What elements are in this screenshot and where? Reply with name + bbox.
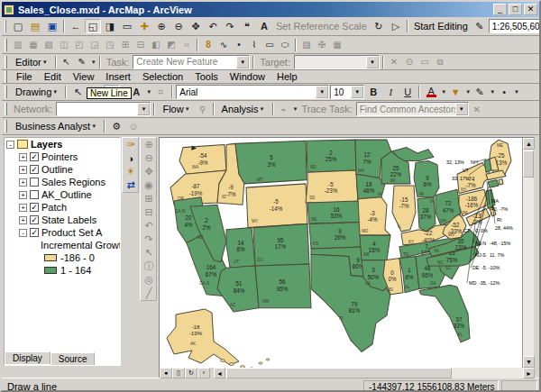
state-ct[interactable] (488, 180, 499, 187)
fixed-zoom-in-icon[interactable]: ⊞ (141, 192, 157, 205)
brightness-icon[interactable]: ☀ (123, 165, 139, 178)
vertical-scroll-thumb[interactable] (523, 150, 534, 178)
toolbar-grip[interactable] (5, 86, 7, 98)
marker-color-icon[interactable]: • (496, 85, 512, 99)
font-combobox[interactable]: Arial ▼ (176, 85, 329, 99)
toc-layer-state-labels[interactable]: +✓State Labels (5, 214, 120, 226)
gear-icon[interactable]: ⚙ (108, 119, 124, 133)
align-left-icon[interactable]: ▥ (11, 38, 25, 51)
new-polyline-icon[interactable]: ⌇ (247, 38, 261, 51)
expand-icon[interactable]: + (19, 191, 27, 199)
toc-layer-sales-regions[interactable]: +Sales Regions (5, 176, 120, 188)
layer-checkbox[interactable]: ✓ (30, 203, 39, 212)
tab-display[interactable]: Display (5, 351, 50, 364)
pan-icon[interactable]: ✥ (141, 165, 157, 178)
italic-button[interactable]: I (382, 85, 399, 99)
layer-label[interactable]: Product Set A (41, 227, 102, 238)
chevron-down-icon[interactable]: ▼ (137, 103, 150, 115)
toc-layer-product-set-a[interactable]: -✓Product Set A (5, 226, 120, 239)
new-rectangle-icon[interactable]: ▭ (262, 38, 277, 51)
fill-color-icon[interactable]: ▼ (447, 85, 463, 99)
expand-icon[interactable]: + (19, 153, 27, 161)
network-combobox[interactable]: ▼ (56, 102, 151, 116)
layer-checkbox[interactable]: ✓ (30, 228, 39, 237)
expand-icon[interactable]: + (19, 216, 27, 224)
drawing-menu-button[interactable]: Drawing▼ (11, 84, 62, 100)
layer-label[interactable]: Sales Regions (41, 177, 105, 187)
zoom-page-icon[interactable]: ◱ (85, 19, 101, 33)
callout-icon[interactable]: ❝ (239, 19, 255, 33)
layer-checkbox[interactable]: ✓ (30, 215, 39, 224)
toc-layer-patch[interactable]: +✓Patch (5, 201, 120, 214)
expand-icon[interactable]: + (19, 178, 27, 187)
rotate-icon[interactable]: ↻ (371, 19, 387, 33)
flow-menu-button[interactable]: Flow▼ (158, 101, 194, 117)
underline-button[interactable]: U (399, 85, 416, 99)
flow-valve-icon[interactable]: ⚲ (196, 103, 210, 116)
remove-icon[interactable]: ✕ (387, 55, 401, 68)
toc-layer-outline[interactable]: +✓Outline (5, 163, 120, 176)
align-center-icon[interactable]: ▦ (26, 38, 41, 51)
fixed-zoom-out-icon[interactable]: ⊟ (141, 205, 157, 219)
flip-icon[interactable]: ◳ (103, 38, 117, 51)
person-icon[interactable]: ☺ (125, 119, 142, 133)
group-icon[interactable]: ⊞ (118, 38, 133, 51)
target-combobox[interactable]: ▼ (294, 55, 380, 69)
text-a-icon[interactable]: A (256, 19, 272, 33)
chevron-down-icon[interactable]: ▼ (455, 103, 468, 115)
tab-source[interactable]: Source (50, 352, 96, 365)
chevron-down-icon[interactable]: ▼ (316, 86, 328, 98)
open-folder-icon[interactable]: ▤ (27, 19, 43, 33)
start-editing-label[interactable]: Start Editing (411, 21, 471, 32)
new-line-icon[interactable]: ∿ (216, 38, 231, 51)
layer-label[interactable]: Patch (41, 202, 67, 213)
zoom-in-icon[interactable]: ⊕ (153, 19, 170, 33)
maximize-button[interactable]: □ (509, 4, 522, 15)
measure-icon[interactable]: ╱ (141, 287, 157, 300)
vertical-scrollbar[interactable]: ▲ ▼ (522, 138, 534, 368)
new-point-icon[interactable]: • (232, 38, 246, 51)
picture-icon[interactable]: ▨ (299, 38, 314, 51)
layer-checkbox[interactable] (30, 190, 39, 199)
business-analyst-menu-button[interactable]: Business Analyst▼ (11, 118, 101, 134)
order-front-icon[interactable]: ◧ (149, 38, 163, 51)
undo-icon[interactable]: ↶ (205, 19, 221, 33)
contrast-icon[interactable]: ◑ (123, 151, 139, 165)
order-back-icon[interactable]: ◩ (164, 38, 179, 51)
horizontal-scroll-thumb[interactable] (226, 368, 452, 378)
layout-view-icon[interactable]: ▯ (172, 368, 185, 378)
go-back-extent-icon[interactable]: ↶ (141, 219, 157, 232)
minimize-button[interactable]: _ (493, 4, 507, 15)
toc-layer-pointers[interactable]: +✓Pointers (5, 150, 120, 163)
zoom-out-icon[interactable]: ⊖ (170, 19, 187, 33)
align-right-icon[interactable]: ▧ (41, 38, 56, 51)
select-graphics-icon[interactable]: ↖ (69, 85, 86, 99)
task-combobox[interactable]: Create New Feature ▼ (133, 55, 250, 69)
state-ri[interactable] (499, 179, 503, 185)
menu-window[interactable]: Window (225, 70, 270, 83)
refresh-view-icon[interactable]: ↻ (185, 368, 197, 378)
analysis-menu-button[interactable]: Analysis▼ (217, 101, 270, 117)
font-size-combobox[interactable]: 10 ▼ (330, 85, 364, 99)
new-sketch-icon[interactable]: 8 (201, 38, 215, 51)
edit-vertices-icon[interactable]: ⌗ (152, 85, 169, 99)
bold-button[interactable]: B (365, 85, 381, 99)
pause-draw-icon[interactable]: ‹ (197, 368, 210, 378)
layer-label[interactable]: Outline (41, 164, 73, 175)
ungroup-icon[interactable]: ⊟ (133, 38, 148, 51)
toc-root-label[interactable]: Layers (31, 139, 62, 150)
font-color-icon[interactable]: A (423, 85, 439, 99)
map-scale-combobox[interactable]: 1:26,505,608 ▼ (489, 19, 541, 33)
expand-icon[interactable]: + (19, 204, 27, 212)
target-point-icon[interactable]: ⊙ (402, 55, 417, 68)
toc-layer-ak-outline[interactable]: +AK_Outline (5, 188, 120, 201)
menu-insert[interactable]: Insert (100, 70, 136, 83)
legend-insert-icon[interactable]: ▦ (330, 38, 344, 51)
menu-view[interactable]: View (68, 70, 100, 83)
scroll-down-icon[interactable]: ▼ (523, 356, 535, 368)
scroll-left-icon[interactable]: ◄ (214, 368, 225, 378)
zoom-in-icon[interactable]: ⊕ (141, 138, 157, 151)
menu-edit[interactable]: Edit (39, 70, 67, 83)
toolbar-grip[interactable] (5, 39, 7, 51)
add-data-icon[interactable]: ✚ (136, 19, 152, 33)
